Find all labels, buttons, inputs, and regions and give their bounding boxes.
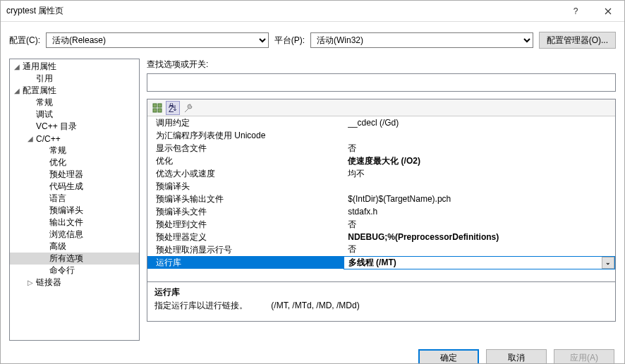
tree-node[interactable]: 所有选项: [10, 253, 139, 265]
property-value[interactable]: 使速度最大化 (/O2): [344, 154, 614, 167]
tree-label: 命令行: [49, 265, 75, 277]
property-value[interactable]: __cdecl (/Gd): [344, 116, 614, 129]
tree-node[interactable]: 预处理器: [10, 169, 139, 181]
property-key: 为汇编程序列表使用 Unicode: [147, 129, 344, 142]
property-row[interactable]: 预编译头文件stdafx.h: [147, 205, 615, 218]
property-tree[interactable]: ◢通用属性引用◢配置属性常规调试VC++ 目录◢C/C++常规优化预处理器代码生…: [9, 59, 140, 341]
alphabetical-icon[interactable]: AZ: [166, 101, 180, 115]
svg-rect-2: [153, 109, 157, 112]
tree-node[interactable]: ◢通用属性: [10, 61, 139, 73]
tree-node[interactable]: ◢配置属性: [10, 85, 139, 97]
tree-label: VC++ 目录: [36, 121, 77, 133]
tree-label: 预编译头: [49, 205, 83, 217]
property-grid-wrap: AZ 调用约定__cdecl (/Gd)为汇编程序列表使用 Unicode显示包…: [147, 99, 616, 282]
config-select[interactable]: 活动(Release): [46, 32, 269, 48]
svg-text:Z: Z: [169, 104, 174, 113]
property-row[interactable]: 预处理取消显示行号否: [147, 243, 615, 256]
tree-node[interactable]: 预编译头: [10, 205, 139, 217]
description-box: 运行库 指定运行库以进行链接。 (/MT, /MTd, /MD, /MDd): [147, 282, 616, 322]
property-value[interactable]: [344, 180, 614, 193]
tree-node[interactable]: 常规: [10, 97, 139, 109]
tree-label: 浏览信息: [49, 229, 83, 241]
property-row[interactable]: 显示包含文件否: [147, 142, 615, 154]
apply-button[interactable]: 应用(A): [554, 349, 614, 364]
property-value[interactable]: stdafx.h: [344, 205, 614, 218]
property-key: 预编译头文件: [147, 205, 344, 218]
platform-select[interactable]: 活动(Win32): [310, 32, 533, 48]
tree-node[interactable]: ▷链接器: [10, 277, 139, 289]
window-title: cryptest 属性页: [6, 5, 559, 17]
collapse-icon[interactable]: ◢: [28, 135, 36, 142]
svg-rect-0: [153, 104, 157, 107]
tree-node[interactable]: 引用: [10, 73, 139, 85]
search-input[interactable]: [147, 73, 616, 92]
expand-icon[interactable]: ▷: [28, 279, 36, 286]
tree-label: 优化: [49, 157, 66, 169]
property-key: 预处理取消显示行号: [147, 243, 344, 256]
config-manager-button[interactable]: 配置管理器(O)...: [539, 32, 616, 49]
dropdown-icon[interactable]: ⌄: [602, 257, 614, 269]
property-key: 显示包含文件: [147, 142, 344, 154]
tree-node[interactable]: 语言: [10, 193, 139, 205]
tree-label: 所有选项: [49, 253, 83, 265]
property-row[interactable]: 预处理到文件否: [147, 218, 615, 231]
tree-label: 配置属性: [23, 85, 56, 97]
tree-node[interactable]: 调试: [10, 109, 139, 121]
property-key: 调用约定: [147, 116, 344, 129]
tree-node[interactable]: 输出文件: [10, 217, 139, 229]
categorized-icon[interactable]: [150, 101, 164, 115]
property-row[interactable]: 为汇编程序列表使用 Unicode: [147, 129, 615, 142]
description-text: 指定运行库以进行链接。 (/MT, /MTd, /MD, /MDd): [154, 300, 608, 312]
property-row[interactable]: 优选大小或速度均不: [147, 167, 615, 180]
ok-button[interactable]: 确定: [418, 349, 479, 364]
property-key: 优化: [147, 154, 344, 167]
tree-node[interactable]: VC++ 目录: [10, 121, 139, 133]
tree-node[interactable]: 命令行: [10, 265, 139, 277]
property-value[interactable]: $(IntDir)$(TargetName).pch: [344, 193, 614, 205]
property-value[interactable]: 均不: [344, 167, 614, 180]
collapse-icon[interactable]: ◢: [14, 63, 23, 71]
property-value[interactable]: 否: [344, 142, 614, 154]
tree-node[interactable]: 高级: [10, 241, 139, 253]
config-row: 配置(C): 活动(Release) 平台(P): 活动(Win32) 配置管理…: [1, 22, 624, 59]
property-value[interactable]: 多线程 (/MT)⌄: [344, 256, 614, 269]
tree-label: 常规: [36, 97, 53, 109]
property-grid[interactable]: 调用约定__cdecl (/Gd)为汇编程序列表使用 Unicode显示包含文件…: [147, 116, 615, 281]
collapse-icon[interactable]: ◢: [14, 87, 23, 95]
property-key: 运行库: [147, 256, 344, 269]
close-button[interactable]: [592, 1, 624, 22]
tree-label: 链接器: [36, 277, 61, 289]
property-key: 预编译头: [147, 180, 344, 193]
property-row[interactable]: 预处理器定义NDEBUG;%(PreprocessorDefinitions): [147, 231, 615, 243]
tree-node[interactable]: 常规: [10, 145, 139, 157]
property-row[interactable]: 优化使速度最大化 (/O2): [147, 154, 615, 167]
dialog-buttons: 确定 取消 应用(A): [1, 341, 624, 364]
property-row[interactable]: 调用约定__cdecl (/Gd): [147, 116, 615, 129]
property-key: 预处理到文件: [147, 218, 344, 231]
property-key: 预编译头输出文件: [147, 193, 344, 205]
tree-node[interactable]: 浏览信息: [10, 229, 139, 241]
property-value[interactable]: NDEBUG;%(PreprocessorDefinitions): [344, 231, 614, 243]
tree-label: 语言: [49, 193, 66, 205]
property-value[interactable]: 否: [344, 243, 614, 256]
titlebar: cryptest 属性页 ?: [1, 1, 624, 22]
tree-label: 输出文件: [49, 217, 83, 229]
property-row[interactable]: 预编译头: [147, 180, 615, 193]
wrench-icon[interactable]: [181, 101, 195, 115]
property-row[interactable]: 预编译头输出文件$(IntDir)$(TargetName).pch: [147, 193, 615, 205]
property-row[interactable]: 运行库多线程 (/MT)⌄: [147, 256, 615, 269]
tree-label: 高级: [49, 241, 66, 253]
tree-node[interactable]: ◢C/C++: [10, 133, 139, 145]
tree-label: 调试: [36, 109, 53, 121]
tree-label: 代码生成: [49, 181, 83, 193]
config-label: 配置(C):: [9, 35, 40, 47]
tree-node[interactable]: 代码生成: [10, 181, 139, 193]
tree-node[interactable]: 优化: [10, 157, 139, 169]
property-value[interactable]: [344, 129, 614, 142]
tree-label: 通用属性: [23, 61, 56, 73]
help-button[interactable]: ?: [559, 1, 592, 22]
property-value[interactable]: 否: [344, 218, 614, 231]
cancel-button[interactable]: 取消: [486, 349, 547, 364]
platform-label: 平台(P):: [274, 35, 305, 47]
property-key: 优选大小或速度: [147, 167, 344, 180]
